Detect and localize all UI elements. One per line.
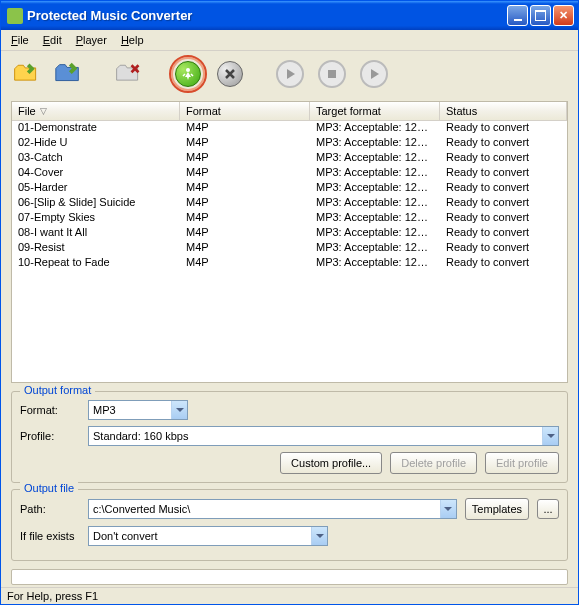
table-row[interactable]: 07-Empty SkiesM4PMP3: Acceptable: 128 ..… bbox=[12, 211, 567, 226]
svg-point-0 bbox=[186, 68, 190, 72]
cell-file: 04-Cover bbox=[12, 166, 180, 181]
play-converted-icon bbox=[360, 60, 388, 88]
maximize-button[interactable] bbox=[530, 5, 551, 26]
stop-icon bbox=[318, 60, 346, 88]
cell-target: MP3: Acceptable: 128 ... bbox=[310, 166, 440, 181]
output-format-group: Output format Format: Profile: Custom pr… bbox=[11, 391, 568, 483]
cell-status: Ready to convert bbox=[440, 151, 567, 166]
menubar: File Edit Player Help bbox=[1, 30, 578, 51]
media-stop-button[interactable] bbox=[313, 55, 351, 93]
menu-edit[interactable]: Edit bbox=[37, 32, 68, 48]
cell-status: Ready to convert bbox=[440, 166, 567, 181]
output-file-group: Output file Path: Templates ... If file … bbox=[11, 489, 568, 561]
cell-target: MP3: Acceptable: 128 ... bbox=[310, 196, 440, 211]
cell-format: M4P bbox=[180, 151, 310, 166]
table-row[interactable]: 06-[Slip & Slide] SuicideM4PMP3: Accepta… bbox=[12, 196, 567, 211]
column-format[interactable]: Format bbox=[180, 102, 310, 120]
chevron-down-icon[interactable] bbox=[311, 527, 327, 545]
edit-profile-button[interactable]: Edit profile bbox=[485, 452, 559, 474]
cell-file: 05-Harder bbox=[12, 181, 180, 196]
app-window: Protected Music Converter File Edit Play… bbox=[0, 0, 579, 605]
table-row[interactable]: 02-Hide UM4PMP3: Acceptable: 128 ...Read… bbox=[12, 136, 567, 151]
menu-player[interactable]: Player bbox=[70, 32, 113, 48]
cell-target: MP3: Acceptable: 128 ... bbox=[310, 241, 440, 256]
cell-status: Ready to convert bbox=[440, 211, 567, 226]
play-button[interactable] bbox=[271, 55, 309, 93]
cell-status: Ready to convert bbox=[440, 136, 567, 151]
progress-bar bbox=[11, 569, 568, 585]
cell-file: 08-I want It All bbox=[12, 226, 180, 241]
convert-button[interactable] bbox=[175, 61, 201, 87]
custom-profile-button[interactable]: Custom profile... bbox=[280, 452, 382, 474]
table-row[interactable]: 09-ResistM4PMP3: Acceptable: 128 ...Read… bbox=[12, 241, 567, 256]
cell-status: Ready to convert bbox=[440, 241, 567, 256]
cell-file: 09-Resist bbox=[12, 241, 180, 256]
cell-file: 07-Empty Skies bbox=[12, 211, 180, 226]
table-row[interactable]: 04-CoverM4PMP3: Acceptable: 128 ...Ready… bbox=[12, 166, 567, 181]
chevron-down-icon[interactable] bbox=[171, 401, 187, 419]
app-icon bbox=[7, 8, 23, 24]
cell-file: 01-Demonstrate bbox=[12, 121, 180, 136]
table-row[interactable]: 05-HarderM4PMP3: Acceptable: 128 ...Read… bbox=[12, 181, 567, 196]
menu-help[interactable]: Help bbox=[115, 32, 150, 48]
file-list-header: File ▽ Format Target format Status bbox=[12, 102, 567, 121]
statusbar: For Help, press F1 bbox=[1, 587, 578, 604]
profile-select[interactable] bbox=[88, 426, 559, 446]
cell-status: Ready to convert bbox=[440, 181, 567, 196]
remove-files-button[interactable] bbox=[109, 55, 147, 93]
titlebar: Protected Music Converter bbox=[1, 1, 578, 30]
column-target[interactable]: Target format bbox=[310, 102, 440, 120]
column-file[interactable]: File ▽ bbox=[12, 102, 180, 120]
cell-file: 03-Catch bbox=[12, 151, 180, 166]
add-files-icon bbox=[11, 59, 41, 89]
close-button[interactable] bbox=[553, 5, 574, 26]
cell-status: Ready to convert bbox=[440, 196, 567, 211]
cell-format: M4P bbox=[180, 226, 310, 241]
cell-target: MP3: Acceptable: 128 ... bbox=[310, 211, 440, 226]
menu-file[interactable]: File bbox=[5, 32, 35, 48]
path-input[interactable] bbox=[88, 499, 457, 519]
cancel-icon bbox=[217, 61, 243, 87]
run-icon bbox=[180, 66, 196, 82]
table-row[interactable]: 01-DemonstrateM4PMP3: Acceptable: 128 ..… bbox=[12, 121, 567, 136]
exists-label: If file exists bbox=[20, 530, 80, 542]
window-title: Protected Music Converter bbox=[27, 8, 507, 23]
sort-indicator-icon: ▽ bbox=[40, 106, 47, 116]
cell-format: M4P bbox=[180, 196, 310, 211]
profile-label: Profile: bbox=[20, 430, 80, 442]
window-controls bbox=[507, 5, 574, 26]
column-status[interactable]: Status bbox=[440, 102, 567, 120]
file-list: File ▽ Format Target format Status 01-De… bbox=[11, 101, 568, 383]
browse-button[interactable]: ... bbox=[537, 499, 559, 519]
add-files-button[interactable] bbox=[7, 55, 45, 93]
stop-convert-button[interactable] bbox=[211, 55, 249, 93]
chevron-down-icon[interactable] bbox=[542, 427, 558, 445]
table-row[interactable]: 08-I want It AllM4PMP3: Acceptable: 128 … bbox=[12, 226, 567, 241]
cell-target: MP3: Acceptable: 128 ... bbox=[310, 151, 440, 166]
cell-target: MP3: Acceptable: 128 ... bbox=[310, 136, 440, 151]
cell-format: M4P bbox=[180, 211, 310, 226]
cell-format: M4P bbox=[180, 166, 310, 181]
cell-target: MP3: Acceptable: 128 ... bbox=[310, 181, 440, 196]
minimize-button[interactable] bbox=[507, 5, 528, 26]
exists-select[interactable] bbox=[88, 526, 328, 546]
format-label: Format: bbox=[20, 404, 80, 416]
cell-file: 10-Repeat to Fade bbox=[12, 256, 180, 271]
column-file-label: File bbox=[18, 105, 36, 117]
remove-files-icon bbox=[113, 59, 143, 89]
output-file-legend: Output file bbox=[20, 482, 78, 494]
file-list-body[interactable]: 01-DemonstrateM4PMP3: Acceptable: 128 ..… bbox=[12, 121, 567, 382]
table-row[interactable]: 10-Repeat to FadeM4PMP3: Acceptable: 128… bbox=[12, 256, 567, 271]
cell-format: M4P bbox=[180, 256, 310, 271]
cell-format: M4P bbox=[180, 121, 310, 136]
add-folder-icon bbox=[53, 59, 83, 89]
cell-target: MP3: Acceptable: 128 ... bbox=[310, 256, 440, 271]
cell-file: 06-[Slip & Slide] Suicide bbox=[12, 196, 180, 211]
chevron-down-icon[interactable] bbox=[440, 500, 456, 518]
add-folder-button[interactable] bbox=[49, 55, 87, 93]
templates-button[interactable]: Templates bbox=[465, 498, 529, 520]
table-row[interactable]: 03-CatchM4PMP3: Acceptable: 128 ...Ready… bbox=[12, 151, 567, 166]
play-converted-button[interactable] bbox=[355, 55, 393, 93]
delete-profile-button[interactable]: Delete profile bbox=[390, 452, 477, 474]
cell-format: M4P bbox=[180, 181, 310, 196]
